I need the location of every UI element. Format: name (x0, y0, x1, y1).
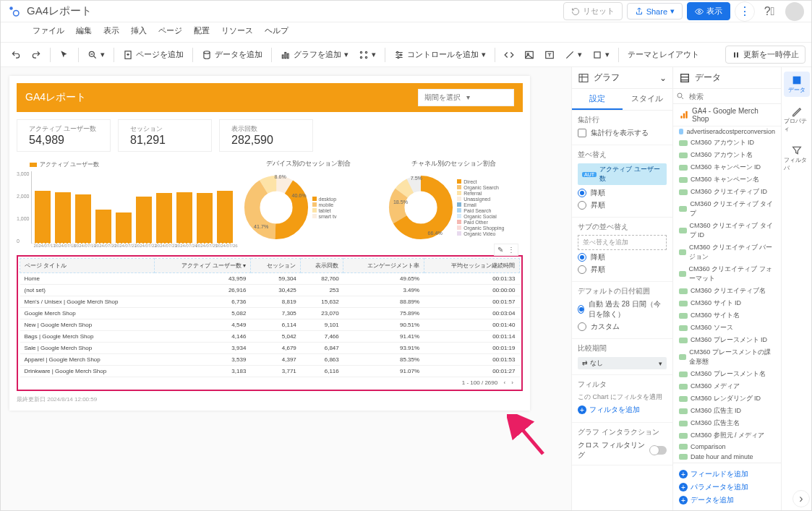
table-row[interactable]: New | Google Merch Shop4,5496,1149,10190… (20, 319, 520, 331)
canvas-scroll[interactable]: GA4レポート 期間を選択 ▾ アクティブ ユーザー数54,989 セッション8… (1, 67, 571, 511)
url-embed-button[interactable] (500, 47, 518, 63)
field-item[interactable]: CM360 ソース (673, 322, 781, 334)
field-item[interactable]: CM360 クリエイティブ バージョン (673, 241, 781, 263)
field-item[interactable]: CM360 プレースメント名 (673, 368, 781, 380)
sort-desc-radio[interactable]: 降順 (578, 188, 667, 198)
field-item[interactable]: firsttimepurchaserconversionrate (673, 462, 781, 463)
add-field-link[interactable]: +フィールドを追加 (679, 469, 775, 479)
table-row[interactable]: Sale | Google Merch Shop3,9344,6796,8479… (20, 343, 520, 354)
line-button[interactable]: ▾ (560, 47, 586, 63)
field-item[interactable]: CM360 広告主名 (673, 417, 781, 429)
chevron-down-icon[interactable]: ⌄ (659, 73, 667, 83)
sort-metric-chip[interactable]: AUTアクティブ ユーザー数 (578, 163, 667, 185)
table-row[interactable]: Men's / Unisex | Google Merch Shop6,7368… (20, 296, 520, 308)
field-item[interactable]: CM360 キャンペーン ID (673, 161, 781, 173)
scorecard-sessions[interactable]: セッション81,291 (118, 119, 212, 152)
text-button[interactable] (540, 47, 559, 63)
table-row[interactable]: Google Merch Shop5,0827,30523,07075.89%0… (20, 308, 520, 319)
more-options-button[interactable]: ⋮ (735, 1, 755, 22)
chart-panel-header[interactable]: グラフ ⌄ (572, 67, 672, 89)
table-header[interactable]: エンゲージメント率 (343, 259, 424, 273)
add-data-link[interactable]: +データを追加 (679, 495, 775, 505)
expand-panel-button[interactable]: › (792, 490, 810, 507)
subsort-desc-radio[interactable]: 降順 (578, 252, 667, 262)
table-row[interactable]: (not set)26,91630,4252533.49%00:00:00 (20, 285, 520, 296)
field-item[interactable]: CM360 クリエイティブ フォーマット (673, 263, 781, 285)
field-item[interactable]: CM360 プレースメント ID (673, 334, 781, 346)
table-row[interactable]: Home43,95959,30482,76049.65%00:01:33 (20, 273, 520, 285)
donut-device[interactable]: デバイス別のセッション割合 41.7% 40.6% 8.6% des (240, 159, 378, 248)
shape-button[interactable]: ▾ (588, 47, 614, 63)
show-total-checkbox[interactable]: 集計行を表示する (578, 128, 667, 138)
field-item[interactable]: CM360 サイト名 (673, 309, 781, 322)
share-button[interactable]: Share ▾ (627, 3, 683, 20)
menu-page[interactable]: ページ (154, 24, 187, 38)
menu-insert[interactable]: 挿入 (127, 24, 151, 38)
redo-button[interactable] (27, 47, 46, 63)
field-item[interactable]: CM360 クリエイティブ タイプ ID (673, 220, 781, 241)
field-item[interactable]: CM360 レンダリング ID (673, 392, 781, 405)
undo-button[interactable] (7, 47, 25, 63)
daterange-auto-radio[interactable]: 自動 過去 28 日間（今日を除く） (578, 299, 667, 319)
menu-file[interactable]: ファイル (28, 24, 69, 38)
donut-channel[interactable]: チャネル別のセッション割合 66.4% 18.5% 7.5% Dir (385, 159, 523, 248)
tab-properties[interactable]: プロパティ (784, 103, 810, 136)
table-header[interactable]: セッション (250, 259, 300, 273)
date-range-control[interactable]: 期間を選択 ▾ (418, 89, 514, 106)
field-item[interactable]: CM360 クリエイティブ名 (673, 285, 781, 297)
bar-chart[interactable]: アクティブ ユーザー数 3,0002,0001,0000 2024/07/172… (17, 159, 233, 248)
menu-edit[interactable]: 編集 (72, 24, 96, 38)
menu-arrange[interactable]: 配置 (189, 24, 214, 38)
field-item[interactable]: Comparison (673, 442, 781, 452)
chart-more-icon[interactable]: ⋮ (508, 246, 515, 254)
tab-style[interactable]: スタイル (623, 89, 673, 110)
field-list[interactable]: advertiseradcostperconversionCM360 アカウント… (673, 126, 781, 463)
field-item[interactable]: CM360 サイト ID (673, 297, 781, 309)
field-item[interactable]: CM360 クリエイティブ ID (673, 186, 781, 198)
select-tool[interactable] (55, 47, 74, 63)
menu-view[interactable]: 表示 (99, 24, 124, 38)
image-button[interactable] (520, 47, 539, 63)
table-header[interactable]: アクティブ ユーザー数 ▾ (154, 259, 250, 273)
field-item[interactable]: CM360 クリエイティブ タイプ (673, 198, 781, 220)
field-item[interactable]: Date hour and minute (673, 452, 781, 462)
datasource-label[interactable]: GA4 - Google Merch Shop (673, 104, 781, 126)
scorecard-users[interactable]: アクティブ ユーザー数54,989 (17, 119, 111, 152)
add-filter-link[interactable]: +フィルタを追加 (578, 405, 667, 415)
field-item[interactable]: CM360 キャンペーン名 (673, 173, 781, 186)
pause-refresh-button[interactable]: 更新を一時停止 (725, 46, 805, 64)
reset-button[interactable]: リセット (563, 2, 623, 20)
daterange-custom-radio[interactable]: カスタム (578, 322, 667, 332)
menu-help[interactable]: ヘルプ (260, 24, 293, 38)
zoom-tool[interactable]: ▾ (83, 47, 109, 63)
help-button[interactable]: ?⃝ (759, 1, 779, 22)
cross-filter-toggle[interactable] (650, 446, 667, 455)
table-row[interactable]: Drinkware | Google Merch Shop3,1833,7716… (20, 366, 520, 377)
add-param-link[interactable]: +パラメータを追加 (679, 482, 775, 492)
compare-select[interactable]: ⇄ なし▾ (578, 357, 667, 369)
field-item[interactable]: CM360 メディア (673, 380, 781, 392)
field-item[interactable]: CM360 アカウント ID (673, 137, 781, 149)
menu-resource[interactable]: リソース (217, 24, 257, 38)
pager-next[interactable]: › (511, 379, 513, 386)
table-header[interactable]: 平均セッション継続時間 (424, 259, 519, 273)
user-avatar[interactable] (785, 2, 804, 21)
subsort-asc-radio[interactable]: 昇順 (578, 265, 667, 275)
tab-filterbar[interactable]: フィルタバ (784, 142, 810, 175)
field-item[interactable]: CM360 アカウント名 (673, 149, 781, 161)
community-viz-button[interactable]: ▾ (354, 47, 380, 63)
pager-prev[interactable]: ‹ (503, 379, 505, 386)
add-data-button[interactable]: データを追加 (197, 46, 267, 63)
field-item[interactable]: CM360 参照元 / メディア (673, 429, 781, 442)
field-item[interactable]: CM360 広告主 ID (673, 405, 781, 417)
selected-table-chart[interactable]: ✎ ⋮ ページ タイトルアクティブ ユーザー数 ▾セッション表示回数エンゲージメ… (17, 255, 523, 391)
add-control-button[interactable]: コントロールを追加 ▾ (390, 46, 490, 63)
add-page-button[interactable]: ページを追加 (119, 46, 188, 63)
view-button[interactable]: 表示 (687, 2, 730, 20)
doc-title[interactable]: GA4レポート (27, 4, 92, 18)
add-chart-button[interactable]: グラフを追加 ▾ (276, 46, 353, 63)
field-item[interactable]: advertiseradcostperconversion (673, 126, 781, 137)
tab-setup[interactable]: 設定 (572, 89, 623, 110)
table-row[interactable]: Apparel | Google Merch Shop3,5394,3976,8… (20, 354, 520, 366)
chart-edit-icon[interactable]: ✎ (497, 246, 503, 254)
